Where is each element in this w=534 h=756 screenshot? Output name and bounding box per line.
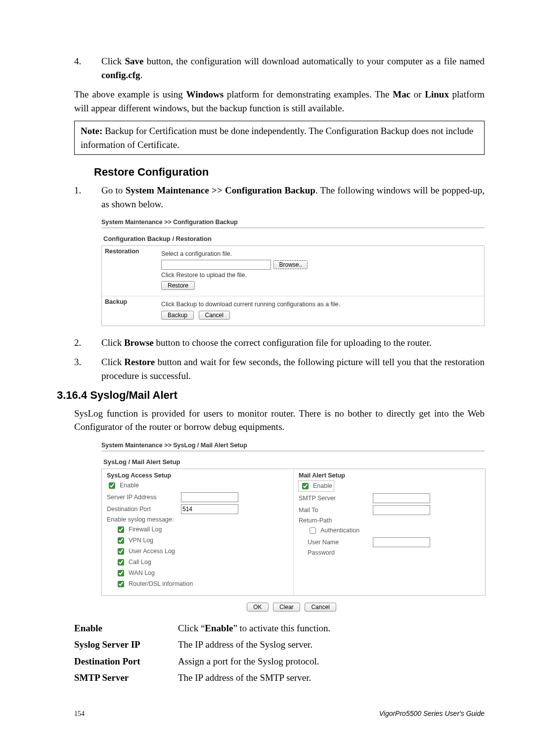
destination-port-input[interactable] [181, 504, 238, 514]
t: The above example is using [74, 89, 186, 99]
user-name-input[interactable] [373, 537, 430, 547]
divider [101, 228, 485, 228]
instruction-text: Select a configuration file. [161, 249, 480, 259]
footer-guide-title: VigorPro5500 Series User's Guide [379, 709, 485, 717]
vpn-log-checkbox[interactable] [118, 537, 124, 544]
firewall-log-checkbox[interactable] [118, 526, 124, 533]
t: Restore [124, 357, 155, 367]
t: or [410, 89, 425, 99]
breadcrumb: System Maintenance >> SysLog / Mail Aler… [101, 442, 485, 449]
note-label: Note: [81, 126, 102, 136]
router-dsl-label: Router/DSL information [129, 580, 193, 587]
user-access-log-checkbox[interactable] [118, 548, 124, 555]
step-text: Click Browse button to choose the correc… [101, 336, 485, 350]
page-number: 154 [74, 710, 85, 718]
def-desc-dest-port: Assign a port for the Syslog protocol. [178, 655, 485, 668]
password-label: Password [308, 549, 373, 556]
def-term-dest-port: Destination Port [74, 655, 178, 668]
cancel-button[interactable]: Cancel [199, 311, 230, 320]
mail-to-input[interactable] [373, 505, 430, 515]
t: Click [101, 357, 124, 367]
step-number: 3. [74, 355, 101, 382]
t: Click [101, 56, 125, 66]
return-path-label: Return-Path [299, 517, 373, 524]
step-text: Go to System Maintenance >> Configuratio… [101, 184, 485, 211]
backup-label: Backup [102, 296, 157, 326]
clear-button[interactable]: Clear [273, 603, 300, 612]
wan-log-label: WAN Log [129, 569, 155, 576]
group-title-mail: Mail Alert Setup [299, 472, 480, 479]
def-term-smtp: SMTP Server [74, 671, 178, 685]
def-desc-syslog-ip: The IP address of the Syslog server. [178, 638, 485, 652]
t: Linux [425, 89, 449, 99]
screenshot-config-backup: System Maintenance >> Configuration Back… [101, 219, 485, 326]
panel-title: SysLog / Mail Alert Setup [103, 458, 485, 466]
user-access-log-label: User Access Log [129, 548, 175, 555]
step-text: Click Restore button and wait for few se… [101, 355, 485, 382]
mail-to-label: Mail To [299, 507, 373, 514]
t: Save [125, 56, 143, 66]
t: Browse [124, 337, 154, 348]
smtp-server-input[interactable] [373, 493, 430, 503]
file-path-input[interactable] [161, 260, 271, 270]
enable-syslog-checkbox[interactable] [109, 482, 115, 489]
group-title-syslog: SysLog Access Setup [107, 472, 288, 479]
t: button to choose the correct configurati… [154, 337, 432, 348]
user-name-label: User Name [308, 539, 373, 546]
instruction-text: Click Restore to upload the file. [161, 270, 480, 281]
enable-syslog-msg-label: Enable syslog message: [107, 516, 174, 523]
vpn-log-label: VPN Log [129, 537, 153, 544]
heading-syslog-mail-alert: 3.16.4 Syslog/Mail Alert [57, 389, 485, 402]
def-desc-enable: Click “Enable” to activate this function… [178, 621, 485, 635]
heading-restore-configuration: Restore Configuration [94, 166, 485, 179]
browse-button[interactable]: Browse.. [273, 260, 308, 269]
t: Mac [393, 89, 410, 99]
smtp-server-label: SMTP Server [299, 495, 373, 502]
ok-button[interactable]: OK [247, 603, 268, 612]
enable-label: Enable [120, 482, 139, 489]
restore-button[interactable]: Restore [161, 281, 195, 290]
call-log-checkbox[interactable] [118, 559, 124, 566]
panel-title: Configuration Backup / Restoration [103, 235, 485, 242]
t: Go to [101, 185, 126, 195]
firewall-log-label: Firewall Log [129, 526, 162, 533]
t: button, the configuration will download … [143, 56, 485, 66]
paragraph-syslog: SysLog function is provided for users to… [74, 407, 485, 434]
def-desc-smtp: The IP address of the SMTP server. [178, 671, 485, 685]
enable-mail-checkbox[interactable] [302, 483, 309, 489]
breadcrumb: System Maintenance >> Configuration Back… [101, 219, 485, 226]
screenshot-syslog-mail: System Maintenance >> SysLog / Mail Aler… [101, 442, 485, 612]
divider [101, 451, 485, 451]
t: platform for demonstrating examples. The [223, 89, 393, 99]
wan-log-checkbox[interactable] [118, 570, 124, 576]
t: Enable [205, 623, 233, 633]
t: Windows [186, 89, 224, 99]
paragraph-example: The above example is using Windows platf… [74, 88, 485, 115]
step-number: 4. [74, 54, 101, 82]
enable-label: Enable [313, 482, 332, 489]
def-term-enable: Enable [74, 621, 178, 635]
t: Click “ [178, 623, 205, 633]
authentication-checkbox[interactable] [310, 527, 316, 534]
t: button and wait for few seconds, the fol… [101, 357, 485, 381]
destination-port-label: Destination Port [107, 506, 181, 513]
call-log-label: Call Log [129, 559, 151, 566]
note-text: Backup for Certification must be done in… [81, 126, 473, 150]
t: Click [101, 337, 124, 348]
t: ” to activate this function. [233, 623, 330, 633]
t: config.cfg [101, 70, 140, 80]
t: . [140, 70, 143, 80]
step-number: 2. [74, 336, 101, 350]
instruction-text: Click Backup to download current running… [161, 299, 480, 310]
server-ip-label: Server IP Address [107, 494, 181, 501]
step-number: 1. [74, 184, 101, 211]
note-box: Note: Backup for Certification must be d… [74, 121, 485, 155]
router-dsl-checkbox[interactable] [118, 581, 124, 587]
def-term-syslog-ip: Syslog Server IP [74, 638, 178, 652]
authentication-label: Authentication [320, 527, 359, 534]
backup-button[interactable]: Backup [161, 311, 194, 320]
t: System Maintenance >> Configuration Back… [126, 185, 315, 195]
restoration-label: Restoration [102, 246, 157, 296]
cancel-button[interactable]: Cancel [305, 603, 336, 612]
server-ip-input[interactable] [181, 492, 238, 502]
